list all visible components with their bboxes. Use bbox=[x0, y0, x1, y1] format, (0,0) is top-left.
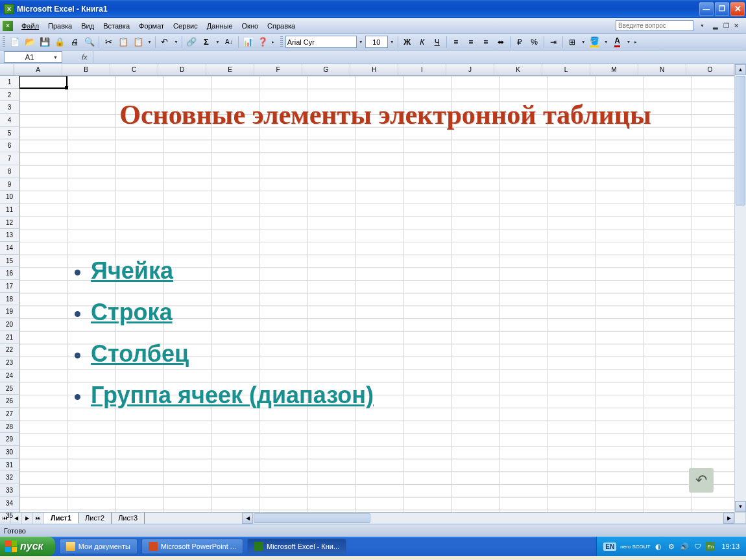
column-header[interactable]: O bbox=[686, 64, 734, 75]
tray-lang-icon[interactable]: En bbox=[706, 542, 715, 551]
align-center-button[interactable]: ≡ bbox=[464, 35, 478, 49]
link-row[interactable]: Строка bbox=[91, 299, 173, 325]
row-header[interactable]: 7 bbox=[0, 152, 19, 165]
underline-button[interactable]: Ч bbox=[430, 35, 444, 49]
sheet-tab-1[interactable]: Лист1 bbox=[44, 513, 78, 524]
row-header[interactable]: 35 bbox=[0, 509, 19, 522]
column-header[interactable]: A bbox=[14, 64, 62, 75]
bold-button[interactable]: Ж bbox=[400, 35, 415, 49]
doc-minimize-button[interactable]: ▂ bbox=[711, 21, 720, 30]
fx-icon[interactable]: fx bbox=[82, 53, 88, 61]
toolbar-grip[interactable] bbox=[280, 36, 283, 48]
menu-data[interactable]: Данные bbox=[202, 20, 237, 32]
font-name-dropdown[interactable]: ▼ bbox=[357, 40, 365, 44]
row-header[interactable]: 12 bbox=[0, 216, 19, 229]
language-indicator[interactable]: EN bbox=[603, 542, 616, 551]
toolbar-more-2[interactable]: ▸ bbox=[633, 40, 638, 45]
row-header[interactable]: 25 bbox=[0, 382, 19, 395]
menu-edit[interactable]: Правка bbox=[43, 20, 77, 32]
tray-icon-1[interactable]: ◐ bbox=[654, 542, 663, 551]
row-header[interactable]: 5 bbox=[0, 127, 19, 140]
row-header[interactable]: 17 bbox=[0, 280, 19, 293]
align-left-button[interactable]: ≡ bbox=[449, 35, 463, 49]
toolbar-more[interactable]: ▸ bbox=[271, 40, 276, 45]
help-search-input[interactable] bbox=[616, 20, 693, 31]
row-header[interactable]: 11 bbox=[0, 204, 19, 216]
menu-tools[interactable]: Сервис bbox=[169, 20, 202, 32]
cut-button[interactable]: ✂ bbox=[101, 35, 115, 49]
row-header[interactable]: 30 bbox=[0, 446, 19, 459]
font-size-select[interactable] bbox=[365, 36, 388, 48]
row-header[interactable]: 18 bbox=[0, 293, 19, 306]
row-header[interactable]: 24 bbox=[0, 369, 19, 382]
font-color-button[interactable]: A bbox=[610, 35, 625, 49]
percent-button[interactable]: % bbox=[527, 35, 542, 49]
align-right-button[interactable]: ≡ bbox=[479, 35, 493, 49]
tray-icon-2[interactable]: ⚙ bbox=[667, 542, 676, 551]
link-range[interactable]: Группа ячеек (диапазон) bbox=[91, 382, 374, 408]
back-action-icon[interactable]: ↶ bbox=[689, 468, 714, 493]
nero-icon[interactable]: nero SCOUT bbox=[620, 542, 650, 551]
row-header[interactable]: 6 bbox=[0, 139, 19, 152]
column-header[interactable]: D bbox=[158, 64, 206, 75]
paste-dropdown[interactable]: ▼ bbox=[146, 40, 153, 44]
column-header[interactable]: E bbox=[206, 64, 254, 75]
row-header[interactable]: 2 bbox=[0, 89, 19, 102]
task-my-documents[interactable]: Мои документы bbox=[59, 539, 138, 554]
vscroll-thumb[interactable] bbox=[736, 76, 745, 205]
autosum-button[interactable]: Σ bbox=[199, 35, 213, 49]
minimize-button[interactable]: — bbox=[699, 2, 714, 16]
maximize-button[interactable]: ❐ bbox=[715, 2, 729, 16]
scroll-up-button[interactable]: ▲ bbox=[735, 64, 746, 75]
start-button[interactable]: пуск bbox=[0, 537, 55, 556]
new-button[interactable]: 📄 bbox=[8, 35, 22, 49]
autosum-dropdown[interactable]: ▼ bbox=[214, 40, 221, 44]
row-header[interactable]: 20 bbox=[0, 318, 19, 331]
row-header[interactable]: 29 bbox=[0, 433, 19, 446]
currency-button[interactable]: ₽ bbox=[512, 35, 527, 49]
vertical-scrollbar[interactable]: ▲ ▼ bbox=[734, 64, 746, 512]
row-header[interactable]: 33 bbox=[0, 484, 19, 497]
toolbar-grip[interactable] bbox=[3, 36, 5, 48]
font-color-dropdown[interactable]: ▼ bbox=[625, 40, 632, 44]
hyperlink-button[interactable]: 🔗 bbox=[184, 35, 199, 49]
menu-view[interactable]: Вид bbox=[77, 20, 99, 32]
paste-button[interactable]: 📋 bbox=[131, 35, 145, 49]
row-header[interactable]: 26 bbox=[0, 395, 19, 408]
hscroll-thumb[interactable] bbox=[254, 513, 370, 523]
row-header[interactable]: 14 bbox=[0, 242, 19, 255]
row-header[interactable]: 27 bbox=[0, 408, 19, 421]
copy-button[interactable]: 📋 bbox=[116, 35, 130, 49]
doc-close-button[interactable]: ✕ bbox=[732, 21, 741, 30]
excel-small-icon[interactable]: X bbox=[3, 21, 13, 31]
sheet-tab-3[interactable]: Лист3 bbox=[112, 513, 145, 524]
menu-format[interactable]: Формат bbox=[134, 20, 169, 32]
row-header[interactable]: 9 bbox=[0, 178, 19, 191]
row-header[interactable]: 31 bbox=[0, 459, 19, 472]
row-header[interactable]: 16 bbox=[0, 267, 19, 280]
row-header[interactable]: 8 bbox=[0, 165, 19, 178]
tray-volume-icon[interactable]: 🔊 bbox=[680, 542, 689, 551]
column-header[interactable]: C bbox=[110, 64, 158, 75]
italic-button[interactable]: К bbox=[415, 35, 429, 49]
menu-help[interactable]: Справка bbox=[263, 20, 300, 32]
column-header[interactable]: L bbox=[542, 64, 590, 75]
column-header[interactable]: B bbox=[62, 64, 110, 75]
close-button[interactable]: ✕ bbox=[730, 2, 745, 16]
print-button[interactable]: 🖨 bbox=[67, 35, 82, 49]
row-header[interactable]: 3 bbox=[0, 101, 19, 114]
formula-input[interactable] bbox=[93, 51, 746, 63]
row-header[interactable]: 23 bbox=[0, 356, 19, 369]
row-header[interactable]: 21 bbox=[0, 331, 19, 344]
undo-button[interactable]: ↶ bbox=[158, 35, 172, 49]
row-header[interactable]: 15 bbox=[0, 255, 19, 268]
column-header[interactable]: F bbox=[254, 64, 302, 75]
preview-button[interactable]: 🔍 bbox=[82, 35, 97, 49]
row-header[interactable]: 10 bbox=[0, 191, 19, 204]
select-all-corner[interactable] bbox=[0, 64, 14, 76]
row-header[interactable]: 1 bbox=[0, 76, 19, 89]
tab-next-button[interactable]: ▶ bbox=[22, 513, 33, 524]
save-button[interactable]: 💾 bbox=[38, 35, 52, 49]
taskbar-clock[interactable]: 19:13 bbox=[721, 542, 740, 550]
font-size-dropdown[interactable]: ▼ bbox=[389, 40, 396, 44]
